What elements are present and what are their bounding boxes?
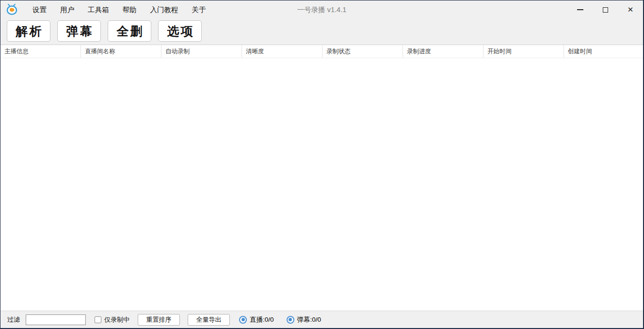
minimize-icon [577,9,583,10]
menu-item-toolbox[interactable]: 工具箱 [81,0,116,19]
export-all-button[interactable]: 全量导出 [188,314,230,326]
only-recording-label[interactable]: 仅录制中 [104,315,129,324]
live-status-label: 直播:0/0 [250,315,274,324]
menu-item-tutorial[interactable]: 入门教程 [144,0,185,19]
options-button[interactable]: 选项 [158,20,202,42]
menu-item-about[interactable]: 关于 [185,0,213,19]
close-button[interactable]: ✕ [618,0,643,19]
column-header-room-name[interactable]: 直播间名称 [81,45,161,58]
column-header-record-progress[interactable]: 录制进度 [403,45,483,58]
danmaku-status-label: 弹幕:0/0 [297,315,322,324]
menu-item-settings[interactable]: 设置 [26,0,53,19]
menu-bar: 设置 用户 工具箱 帮助 入门教程 关于 [26,0,213,19]
danmaku-button[interactable]: 弹幕 [57,20,101,42]
danmaku-radio[interactable] [287,316,294,324]
app-icon [6,4,19,16]
filter-label: 过滤 [7,315,20,324]
column-header-create-time[interactable]: 创建时间 [564,45,643,58]
menu-item-user[interactable]: 用户 [53,0,81,19]
danmaku-radio-dot [289,318,292,321]
recordings-table: 主播信息 直播间名称 自动录制 清晰度 录制状态 录制进度 开始时间 创建时间 [0,45,643,311]
column-header-streamer-info[interactable]: 主播信息 [0,45,81,58]
live-radio-dot [242,318,245,321]
column-header-start-time[interactable]: 开始时间 [483,45,564,58]
maximize-icon [603,7,608,13]
toolbar: 解析 弹幕 全删 选项 [0,19,643,45]
filter-input[interactable] [26,314,86,325]
status-bar: 过滤 仅录制中 重置排序 全量导出 直播:0/0 弹幕:0/0 [0,311,643,328]
maximize-button[interactable] [593,0,618,19]
live-radio[interactable] [239,316,247,324]
reset-sort-button[interactable]: 重置排序 [138,314,180,326]
column-header-record-status[interactable]: 录制状态 [322,45,403,58]
column-header-quality[interactable]: 清晰度 [242,45,322,58]
danmaku-status-group: 弹幕:0/0 [287,315,322,324]
column-header-auto-record[interactable]: 自动录制 [161,45,242,58]
titlebar: 设置 用户 工具箱 帮助 入门教程 关于 一号录播 v1.4.1 ✕ [0,0,643,19]
parse-button[interactable]: 解析 [7,20,50,42]
table-body-empty [0,58,643,311]
minimize-button[interactable] [567,0,593,19]
window-controls: ✕ [567,0,643,19]
delete-all-button[interactable]: 全删 [108,20,151,42]
close-icon: ✕ [628,6,634,14]
live-status-group: 直播:0/0 [239,315,274,324]
table-header-row: 主播信息 直播间名称 自动录制 清晰度 录制状态 录制进度 开始时间 创建时间 [0,45,643,58]
only-recording-checkbox[interactable] [95,316,101,323]
menu-item-help[interactable]: 帮助 [116,0,144,19]
app-window: 设置 用户 工具箱 帮助 入门教程 关于 一号录播 v1.4.1 ✕ 解析 弹幕… [0,0,644,329]
